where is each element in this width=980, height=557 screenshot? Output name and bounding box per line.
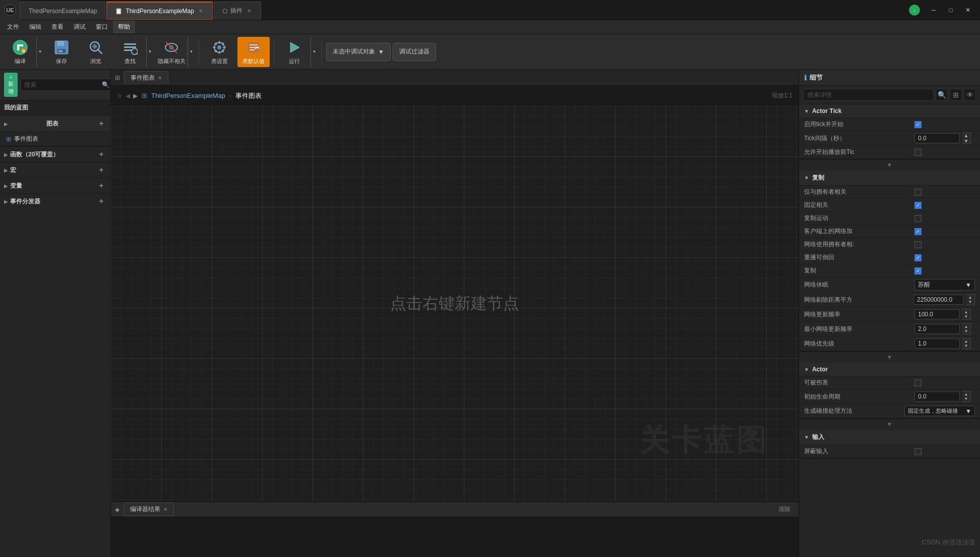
star-icon[interactable]: ☆ xyxy=(117,92,122,99)
prop-enable-tick: 启用tick并开始 ✓ xyxy=(799,118,980,131)
net-update-rate-spin[interactable]: ▲▼ xyxy=(962,309,971,320)
compiler-clear-button[interactable]: 清除 xyxy=(774,504,794,515)
macros-section-header[interactable]: ▶ 宏 + xyxy=(0,162,110,178)
class-defaults-button[interactable]: 类默认值 xyxy=(237,37,270,67)
tick-interval-input[interactable] xyxy=(914,133,960,143)
hide-label: 隐藏不相关 xyxy=(158,58,186,65)
compiler-tab[interactable]: 编译器结果 ✕ xyxy=(124,503,174,516)
functions-add-button[interactable]: + xyxy=(96,149,106,159)
run-dropdown[interactable]: ▼ xyxy=(311,37,318,67)
tab-1[interactable]: ThirdPersonExampleMap xyxy=(20,2,105,20)
grid-view-icon-btn[interactable]: ⊞ xyxy=(950,89,962,101)
svg-line-20 xyxy=(137,53,138,54)
min-net-update-rate-spin[interactable]: ▲▼ xyxy=(962,323,971,335)
find-button[interactable]: 查找 xyxy=(114,37,146,67)
compile-dropdown[interactable]: ▼ xyxy=(36,37,43,67)
menu-help[interactable]: 帮助 xyxy=(113,21,135,33)
actor-tick-header[interactable]: ▼ Actor Tick xyxy=(799,104,980,118)
event-graph-item[interactable]: ⊞ 事件图表 xyxy=(0,132,110,146)
event-dispatchers-add-button[interactable]: + xyxy=(96,196,106,206)
class-settings-button[interactable]: 类设置 xyxy=(203,37,235,67)
initial-lifespan-spin[interactable]: ▲▼ xyxy=(962,391,971,402)
save-button[interactable]: 保存 xyxy=(45,37,78,67)
always-relevant-checkbox[interactable]: ✓ xyxy=(914,202,922,209)
graph-tab-close[interactable]: ✕ xyxy=(158,75,162,81)
right-search-input[interactable] xyxy=(803,89,934,101)
tab-2-close[interactable]: ✕ xyxy=(197,8,204,15)
menu-file[interactable]: 文件 xyxy=(2,21,24,33)
menu-debug[interactable]: 调试 xyxy=(69,21,91,33)
details-info-icon: ℹ xyxy=(804,74,807,82)
menu-edit[interactable]: 编辑 xyxy=(24,21,46,33)
graph-tab[interactable]: 事件图表 ✕ xyxy=(124,71,168,84)
variables-add-button[interactable]: + xyxy=(96,181,106,191)
find-dropdown[interactable]: ▼ xyxy=(146,37,153,67)
net-priority-input[interactable] xyxy=(914,339,960,349)
breadcrumb-home[interactable]: ThirdPersonExampleMap xyxy=(151,92,225,99)
initial-lifespan-input[interactable] xyxy=(914,392,960,402)
can-be-damaged-checkbox[interactable] xyxy=(914,379,922,386)
net-update-rate-input[interactable] xyxy=(914,309,960,319)
variables-section-header[interactable]: ▶ 变量 + xyxy=(0,178,110,193)
menu-view[interactable]: 查看 xyxy=(46,21,69,33)
graph-canvas[interactable]: 点击右键新建节点 关卡蓝图 xyxy=(111,106,799,502)
tab-2[interactable]: 📋 ThirdPersonExampleMap ✕ xyxy=(106,2,212,20)
hide-dropdown[interactable]: ▼ xyxy=(188,37,195,67)
new-add-button[interactable]: + 新增 xyxy=(4,73,18,97)
search-input[interactable] xyxy=(24,81,100,88)
owner-only-checkbox[interactable] xyxy=(914,189,922,196)
browse-button[interactable]: 浏览 xyxy=(80,37,112,67)
eye-icon-btn[interactable]: 👁 xyxy=(964,89,976,101)
close-button[interactable]: ✕ xyxy=(960,3,976,17)
graphs-section-header[interactable]: ▶ 图表 + xyxy=(0,116,110,132)
event-dispatchers-section-header[interactable]: ▶ 事件分发器 + xyxy=(0,193,110,209)
spawn-collision-dropdown[interactable]: 固定生成，忽略碰撞 ▼ xyxy=(904,406,975,416)
breadcrumb-icon: ⊞ xyxy=(142,92,147,99)
properties-scroll[interactable]: ▼ Actor Tick 启用tick并开始 ✓ Tick间隔（秒） ▲▼ xyxy=(799,104,980,557)
tab-3-label: 插件 xyxy=(230,7,242,15)
run-button[interactable]: 运行 xyxy=(278,37,311,67)
allow-tick-checkbox[interactable] xyxy=(914,149,922,156)
debug-filter-selector[interactable]: 未选中调试对象 ▼ xyxy=(326,43,391,61)
right-panel-header: ℹ 细节 xyxy=(799,70,980,86)
enable-tick-checkbox[interactable]: ✓ xyxy=(914,121,922,128)
functions-section-header[interactable]: ▶ 函数（20可覆盖） + xyxy=(0,146,110,162)
search-icon-btn[interactable]: 🔍 xyxy=(936,89,948,101)
replicate-checkbox[interactable]: ✓ xyxy=(914,267,922,274)
actor-header[interactable]: ▼ Actor xyxy=(799,363,980,376)
hide-unrelated-button[interactable]: 隐藏不相关 xyxy=(155,37,188,67)
prop-min-net-update-rate-value: ▲▼ xyxy=(914,323,975,335)
compiler-panel: ◈ 编译器结果 ✕ 清除 xyxy=(111,502,799,557)
net-priority-spin[interactable]: ▲▼ xyxy=(962,338,971,349)
menu-window[interactable]: 窗口 xyxy=(91,21,113,33)
compiler-tab-close[interactable]: ✕ xyxy=(163,507,167,512)
replayable-checkbox[interactable]: ✓ xyxy=(914,254,922,261)
net-cull-dist-input[interactable] xyxy=(913,295,964,305)
back-arrow-icon[interactable]: ◀ xyxy=(126,92,130,99)
replicate-movement-checkbox[interactable] xyxy=(914,215,922,222)
minimize-button[interactable]: ─ xyxy=(926,3,942,17)
search-icon[interactable]: 🔍 xyxy=(102,81,109,88)
net-dormancy-dropdown[interactable]: 苏醒 ▼ xyxy=(914,279,975,291)
net-cull-dist-spin[interactable]: ▲▼ xyxy=(966,294,975,305)
graphs-title: 图表 xyxy=(46,120,58,128)
block-input-checkbox[interactable] xyxy=(914,448,922,455)
input-header[interactable]: ▼ 输入 xyxy=(799,430,980,445)
debug-filter-button[interactable]: 调试过滤器 xyxy=(393,43,436,61)
forward-arrow-icon[interactable]: ▶ xyxy=(133,92,138,99)
spawn-collision-value: 固定生成，忽略碰撞 xyxy=(908,407,958,415)
net-cull-checkbox[interactable]: ✓ xyxy=(914,228,922,235)
prop-always-relevant-value: ✓ xyxy=(914,202,975,209)
tab-3[interactable]: ⬡ 插件 ✕ xyxy=(214,2,261,20)
macros-add-button[interactable]: + xyxy=(96,165,106,175)
tab-3-close[interactable]: ✕ xyxy=(246,8,253,15)
tick-interval-spin[interactable]: ▲▼ xyxy=(962,133,971,144)
replication-header[interactable]: ▼ 复制 xyxy=(799,171,980,186)
compile-button[interactable]: ⚙ 编译 xyxy=(4,37,36,67)
min-net-update-rate-input[interactable] xyxy=(914,324,960,334)
maximize-button[interactable]: □ xyxy=(943,3,959,17)
graphs-add-button[interactable]: + xyxy=(96,119,106,129)
notification-icon[interactable]: ↓ xyxy=(905,1,924,19)
compiler-tab-label: 编译器结果 xyxy=(130,505,160,514)
net-owner-checkbox[interactable] xyxy=(914,241,922,248)
